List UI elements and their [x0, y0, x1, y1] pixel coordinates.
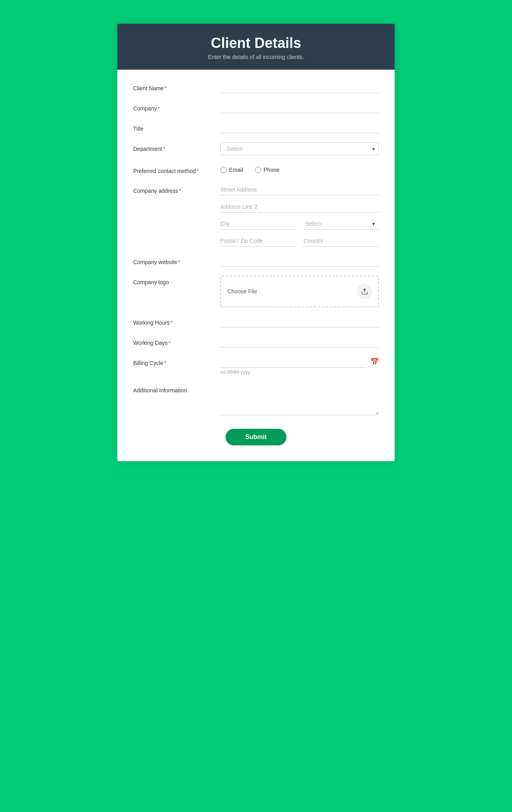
radio-email[interactable] — [220, 167, 227, 173]
preferred-contact-radio-group: Email Phone — [220, 164, 379, 173]
postal-input[interactable] — [220, 235, 296, 247]
calendar-icon[interactable]: 📅 — [370, 358, 379, 366]
company-website-label: Company website* — [133, 255, 220, 266]
page-title: Client Details — [125, 35, 387, 51]
client-name-label: Client Name* — [133, 82, 220, 93]
file-upload-area[interactable]: Choose File — [220, 276, 379, 307]
department-select-wrapper: -Select- HR Finance IT Operations — [220, 142, 379, 156]
page-subtitle: Enter the details of all incoming client… — [125, 54, 387, 60]
working-days-input[interactable] — [220, 336, 379, 348]
radio-email-label[interactable]: Email — [220, 167, 243, 173]
city-state-row: -Select- — [220, 218, 379, 230]
department-select[interactable]: -Select- HR Finance IT Operations — [220, 142, 379, 156]
department-row: Department* -Select- HR Finance IT Opera… — [133, 142, 379, 156]
additional-info-textarea[interactable] — [220, 384, 379, 415]
radio-email-text: Email — [229, 167, 243, 173]
billing-date-input[interactable] — [220, 356, 366, 368]
company-row: Company* — [133, 102, 379, 113]
preferred-contact-label: Preferred contact method* — [133, 164, 220, 175]
radio-phone[interactable] — [255, 167, 261, 173]
company-address-row: Company address* -Select- — [133, 184, 379, 247]
form-header: Client Details Enter the details of all … — [117, 24, 395, 70]
department-label: Department* — [133, 142, 220, 153]
address-line2-input[interactable] — [220, 201, 379, 213]
choose-file-label: Choose File — [227, 288, 257, 295]
company-input[interactable] — [220, 102, 379, 113]
billing-cycle-row: Billing Cycle* 📅 dd-MMM-yyyy — [133, 356, 379, 375]
client-name-row: Client Name* — [133, 82, 379, 93]
preferred-contact-row: Preferred contact method* Email Phone — [133, 164, 379, 175]
country-input[interactable] — [304, 235, 379, 247]
form-body: Client Name* Company* Title — [117, 70, 395, 461]
company-label: Company* — [133, 102, 220, 113]
working-hours-label: Working Hours* — [133, 316, 220, 327]
date-hint: dd-MMM-yyyy — [220, 369, 379, 375]
form-card: Client Details Enter the details of all … — [117, 24, 395, 461]
required-star: * — [164, 85, 166, 91]
radio-phone-text: Phone — [264, 167, 279, 173]
radio-phone-label[interactable]: Phone — [255, 167, 279, 173]
city-input[interactable] — [220, 218, 296, 230]
title-row: Title — [133, 122, 379, 133]
working-days-label: Working Days* — [133, 336, 220, 347]
state-select-wrapper: -Select- — [304, 218, 379, 230]
client-name-control — [220, 82, 379, 93]
company-website-input[interactable] — [220, 255, 379, 267]
additional-info-row: Additional Information — [133, 384, 379, 417]
postal-country-row — [220, 235, 379, 247]
working-days-row: Working Days* — [133, 336, 379, 348]
company-website-row: Company website* — [133, 255, 379, 267]
working-hours-row: Working Hours* — [133, 316, 379, 327]
street-address-input[interactable] — [220, 184, 379, 196]
additional-info-label: Additional Information — [133, 384, 220, 395]
company-logo-label: Company logo — [133, 276, 220, 287]
title-input[interactable] — [220, 122, 379, 133]
working-hours-input[interactable] — [220, 316, 379, 327]
company-logo-row: Company logo Choose File — [133, 276, 379, 307]
company-address-label: Company address* — [133, 184, 220, 195]
submit-row: Submit — [133, 429, 379, 445]
billing-input-row: 📅 — [220, 356, 379, 368]
title-label: Title — [133, 122, 220, 133]
upload-icon — [357, 284, 372, 299]
billing-cycle-label: Billing Cycle* — [133, 356, 220, 367]
client-name-input[interactable] — [220, 82, 379, 93]
submit-button[interactable]: Submit — [225, 429, 287, 445]
state-select[interactable]: -Select- — [304, 218, 379, 230]
